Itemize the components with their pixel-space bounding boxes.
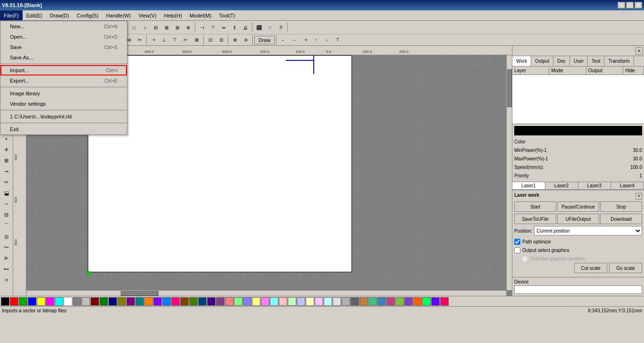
pal-violet[interactable] [153, 297, 162, 306]
align-btn4[interactable]: ⊢ [181, 35, 191, 45]
pal-pink[interactable] [171, 297, 180, 306]
pal-cornflower[interactable] [377, 297, 386, 306]
pal-periwinkle[interactable] [297, 297, 305, 306]
align-btn3[interactable]: ⊤ [170, 35, 180, 45]
arrow-center-btn[interactable]: ⊣ [300, 35, 310, 45]
pal-sky[interactable] [162, 297, 171, 306]
pal-silver[interactable] [82, 297, 90, 306]
menu-edit[interactable]: Edit(E) [23, 10, 46, 20]
menu-model[interactable]: Model(M) [186, 10, 215, 20]
color-swatch[interactable] [514, 126, 642, 135]
circle-btn[interactable]: ○ [140, 22, 150, 33]
grid-tool[interactable]: ⊞ [1, 155, 12, 166]
pal-hot-pink[interactable] [440, 297, 449, 306]
pal-black[interactable] [1, 297, 9, 306]
hscroll-thumb[interactable] [121, 291, 159, 296]
arrow-up-btn[interactable]: ↑ [310, 35, 321, 45]
menu-import[interactable]: Import... Ctrl+I [0, 65, 127, 75]
menu-recent-file[interactable]: 1 C:\Users\...\todayprint.rld [0, 111, 127, 122]
output-select-checkbox[interactable] [514, 247, 520, 253]
menu-exit[interactable]: Exit [0, 124, 127, 134]
rect-btn[interactable]: □ [129, 22, 139, 33]
barcode-tool[interactable]: ⊫ [1, 253, 12, 263]
menu-new[interactable]: New... Ctrl+N [0, 21, 127, 32]
arrow-top-btn[interactable]: ⊤ [332, 35, 343, 45]
pal-cream[interactable] [306, 297, 314, 306]
path-optimize-checkbox[interactable] [514, 239, 520, 245]
align-btn2[interactable]: ⊥ [159, 35, 169, 45]
pal-light-pink[interactable] [261, 297, 269, 306]
tab-user[interactable]: User [570, 56, 588, 66]
laser3-tab[interactable]: Laser3 [578, 182, 611, 189]
pal-electric-violet[interactable] [431, 297, 440, 306]
pal-light-yellow[interactable] [252, 297, 260, 306]
size-btn1[interactable]: ⊕ [230, 35, 240, 45]
array-v-btn[interactable]: ⊠ [161, 22, 172, 33]
vscroll-thumb[interactable] [507, 69, 512, 107]
flip-h-btn[interactable]: ⇔ [218, 22, 229, 33]
pal-spring-green[interactable] [422, 297, 431, 306]
dot-matrix-tool[interactable]: ⠶ [1, 275, 12, 285]
curve-tool[interactable]: ⌒ [1, 220, 12, 231]
start-button[interactable]: Start [514, 201, 556, 212]
tab-doc[interactable]: Doc [553, 56, 570, 66]
pal-tan[interactable] [360, 297, 368, 306]
flip-v-btn[interactable]: ⇕ [229, 22, 240, 33]
pal-seafoam[interactable] [368, 297, 377, 306]
wave-tool[interactable]: 〜 [1, 242, 12, 252]
pause-button[interactable]: Pause/Continue [557, 201, 599, 212]
pal-navy[interactable] [109, 297, 117, 306]
pal-ice[interactable] [324, 297, 332, 306]
spiral-tool[interactable]: ◎ [1, 231, 12, 242]
dots-btn[interactable]: ⠿ [276, 22, 286, 33]
minimize-button[interactable]: − [618, 2, 625, 8]
menu-save-as[interactable]: Save As... [0, 52, 127, 63]
menu-config[interactable]: Config(S) [73, 10, 102, 20]
vertical-scrollbar[interactable] [506, 55, 512, 290]
machine-btn[interactable]: ⬛ [254, 22, 264, 33]
hatch-tool[interactable]: ⊷ [1, 264, 12, 274]
menu-image-library[interactable]: Image library [0, 88, 127, 99]
pal-brown[interactable] [180, 297, 189, 306]
measure-tool[interactable]: ⊸ [1, 166, 12, 176]
zoom-tool[interactable]: + [1, 134, 12, 144]
pal-dark-gray[interactable] [351, 297, 359, 306]
download-button[interactable]: Download [600, 214, 642, 224]
cut-tool[interactable]: ✂ [1, 177, 12, 187]
save-to-u-button[interactable]: SaveToUFile [514, 214, 556, 224]
tab-output[interactable]: Output [531, 56, 553, 66]
dist-btn1[interactable]: ⊡ [205, 35, 216, 45]
fill-tool[interactable]: ⬓ [1, 188, 12, 198]
path-btn6[interactable]: ✂ [134, 35, 145, 45]
pal-dark-orange[interactable] [413, 297, 422, 306]
pal-blue[interactable] [28, 297, 36, 306]
menu-vendor-settings[interactable]: Vendor settings [0, 99, 127, 109]
pal-cyan[interactable] [55, 297, 63, 306]
mirror-tool[interactable]: ↔ [1, 199, 12, 209]
laser4-tab[interactable]: Laser4 [611, 182, 644, 189]
pal-orange[interactable] [144, 297, 153, 306]
crosshair-tool[interactable]: ✛ [1, 144, 12, 155]
laser1-tab[interactable]: Laser1 [512, 182, 545, 189]
arrow-right-btn[interactable]: → [289, 35, 299, 45]
right-panel-close[interactable]: ✕ [636, 47, 643, 55]
menu-tool[interactable]: Tool(T) [215, 10, 239, 20]
pal-indigo[interactable] [207, 297, 216, 306]
pal-plum[interactable] [216, 297, 225, 306]
arrange-tool[interactable]: ⊟ [1, 209, 12, 220]
tab-test[interactable]: Test [588, 56, 604, 66]
align-btn5[interactable]: ⊠ [192, 35, 202, 45]
pal-yellow[interactable] [37, 297, 45, 306]
menu-handle[interactable]: Handle(W) [102, 10, 135, 20]
pal-pale-green[interactable] [288, 297, 296, 306]
selected-graphics-checkbox[interactable] [522, 256, 528, 262]
pal-medium-purple[interactable] [404, 297, 413, 306]
pal-mint[interactable] [234, 297, 243, 306]
menu-draw[interactable]: Draw(D) [46, 10, 73, 20]
pal-rose[interactable] [315, 297, 323, 306]
close-button[interactable]: ✕ [635, 2, 642, 8]
pal-salmon[interactable] [225, 297, 234, 306]
pal-lime[interactable] [189, 297, 198, 306]
cut-scale-button[interactable]: Cut scale [574, 263, 607, 273]
pal-gray[interactable] [73, 297, 81, 306]
